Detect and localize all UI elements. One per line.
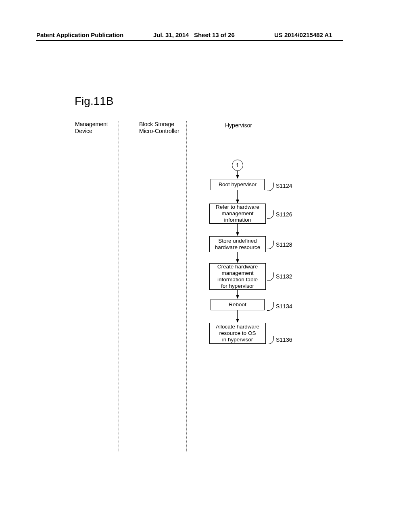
step-id-s1126: S1126 <box>276 211 292 218</box>
step-id-s1132: S1132 <box>276 273 292 280</box>
flow-arrows <box>0 0 413 532</box>
figure-title: Fig.11B <box>75 95 114 108</box>
leader-s1124 <box>267 183 274 191</box>
header-sheet: Sheet 13 of 26 <box>194 31 235 38</box>
lane-label-block-storage: Block Storage Micro-Controller <box>139 121 179 135</box>
step-id-s1136: S1136 <box>276 337 292 343</box>
step-box-s1136: Allocate hardware resource to OS in hype… <box>209 323 266 344</box>
step-box-s1132: Create hardware management information t… <box>209 263 266 290</box>
step-text-s1136: Allocate hardware resource to OS in hype… <box>216 324 259 343</box>
header-date-sheet: Jul. 31, 2014 Sheet 13 of 26 <box>153 31 235 38</box>
header-date: Jul. 31, 2014 <box>153 31 189 38</box>
step-id-s1124: S1124 <box>276 183 292 189</box>
lane-line-management <box>119 121 119 451</box>
step-box-s1126: Refer to hardware management information <box>209 204 266 224</box>
header-pubnum: US 2014/0215482 A1 <box>274 31 332 38</box>
step-text-s1126: Refer to hardware management information <box>216 204 259 224</box>
leader-s1132 <box>267 272 274 281</box>
header-rule <box>36 40 343 41</box>
step-id-s1134: S1134 <box>276 303 292 310</box>
leader-s1128 <box>267 241 274 249</box>
step-box-s1128: Store undefined hardware resource <box>209 236 266 252</box>
lane-label-hypervisor: Hypervisor <box>225 122 252 129</box>
lane-line-block-storage <box>186 121 187 451</box>
step-box-s1134: Reboot <box>211 299 265 310</box>
leader-s1136 <box>267 336 274 344</box>
step-text-s1128: Store undefined hardware resource <box>215 238 261 251</box>
header-publication: Patent Application Publication <box>36 31 123 38</box>
lane-label-management: Management Device <box>75 121 108 135</box>
step-box-s1124: Boot hypervisor <box>211 179 265 190</box>
step-id-s1128: S1128 <box>276 241 292 248</box>
leader-s1134 <box>267 302 274 311</box>
step-text-s1134: Reboot <box>229 301 246 308</box>
step-text-s1124: Boot hypervisor <box>219 181 257 188</box>
step-text-s1132: Create hardware management information t… <box>217 264 258 290</box>
connector-1: 1 <box>232 160 243 171</box>
leader-s1126 <box>267 210 274 219</box>
